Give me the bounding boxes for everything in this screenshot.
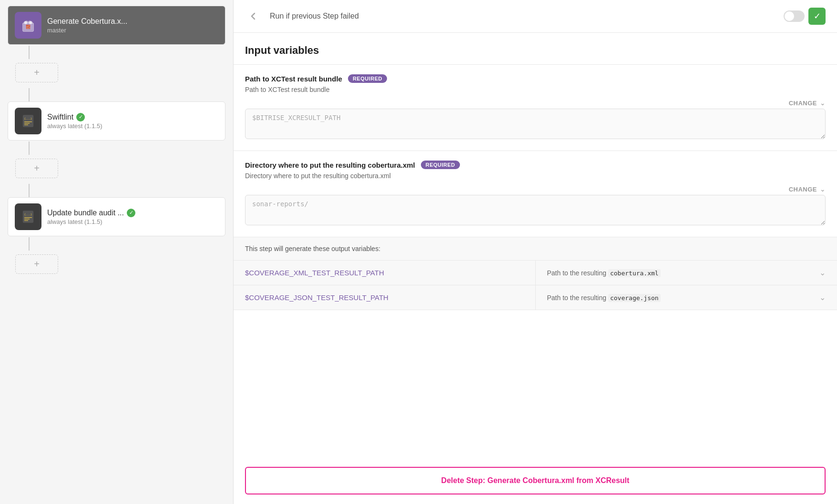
var-description-cobertura-dir: Directory where to put the resulting cob… [245,172,826,180]
connector-line-3 [29,141,30,155]
output-desc-2: Path to the resulting coverage.json ⌄ [547,293,826,302]
change-row-xctest: CHANGE ⌄ [245,99,826,107]
output-var-name-cell-1: $COVERAGE_XML_TEST_RESULT_PATH [234,261,535,285]
step-item-update-bundle[interactable]: {...} Update bundle audit ... ✓ always l… [8,197,225,236]
var-header-xctest: Path to XCTest result bundle REQUIRED [245,74,826,83]
required-badge-cobertura-dir: REQUIRED [421,161,460,169]
svg-point-5 [29,21,32,24]
run-previous-bar: Run if previous Step failed ✓ [234,0,837,33]
step-icon-generate-cobertura: 🧱 [15,12,41,39]
script-icon-swiftlint: {...} [20,113,36,129]
chevron-down-icon-cobertura-dir: ⌄ [820,185,826,193]
variable-block-xctest: Path to XCTest result bundle REQUIRED Pa… [234,65,837,151]
output-code-1: cobertura.xml [608,269,661,277]
delete-step-button[interactable]: Delete Step: Generate Cobertura.xml from… [245,467,826,494]
step-info-update-bundle: Update bundle audit ... ✓ always latest … [47,209,135,225]
step-icon-swiftlint: {...} [15,108,41,134]
output-variables-table: $COVERAGE_XML_TEST_RESULT_PATH Path to t… [234,261,837,310]
step-name: Generate Cobertura.x... [47,17,127,26]
change-label-cobertura-dir[interactable]: CHANGE [789,186,817,193]
step-version: master [47,27,127,34]
step-icon-update-bundle: {...} [15,203,41,230]
connector-line-4 [29,184,30,197]
svg-text:{...}: {...} [24,213,32,216]
toggle-container: ✓ [784,8,826,25]
chevron-down-icon-xctest: ⌄ [820,99,826,107]
var-description-xctest: Path to XCTest result bundle [245,86,826,93]
section-title: Input variables [234,33,837,65]
output-var-name-2[interactable]: $COVERAGE_JSON_TEST_RESULT_PATH [245,293,388,302]
connector-line-5 [29,237,30,251]
back-icon [249,11,258,21]
sidebar: 🧱 Generate Cobertura.x... master + {...} [0,0,234,504]
output-var-name-1[interactable]: $COVERAGE_XML_TEST_RESULT_PATH [245,269,384,277]
step-info-swiftlint: Swiftlint ✓ always latest (1.1.5) [47,113,102,130]
step-item-generate-cobertura[interactable]: 🧱 Generate Cobertura.x... master [8,6,225,45]
var-title-cobertura-dir: Directory where to put the resulting cob… [245,161,415,169]
output-section: This step will generate these output var… [234,237,837,310]
connector-line-2 [29,88,30,101]
cobertura-dir-input[interactable]: sonar-reports/ [245,195,826,225]
svg-text:{...}: {...} [24,117,32,120]
toggle-off[interactable] [784,10,805,22]
variable-block-cobertura-dir: Directory where to put the resulting cob… [234,151,837,237]
step-version-update-bundle: always latest (1.1.5) [47,218,135,225]
output-header: This step will generate these output var… [234,237,837,261]
output-var-row-2: $COVERAGE_JSON_TEST_RESULT_PATH Path to … [234,285,837,310]
step-name-row-swiftlint: Swiftlint ✓ [47,113,102,121]
output-desc-text-1: Path to the resulting cobertura.xml [547,269,661,277]
xctest-path-input[interactable] [245,109,826,139]
puzzle-icon: 🧱 [20,18,36,33]
output-desc-1: Path to the resulting cobertura.xml ⌄ [547,268,826,277]
output-var-name-cell-2: $COVERAGE_JSON_TEST_RESULT_PATH [234,285,535,310]
step-version-swiftlint: always latest (1.1.5) [47,122,102,130]
chevron-down-icon-output-2[interactable]: ⌄ [819,293,826,302]
chevron-down-icon-output-1[interactable]: ⌄ [819,268,826,277]
step-name-update-bundle: Update bundle audit ... [47,209,124,217]
run-previous-label: Run if previous Step failed [270,12,776,20]
output-code-2: coverage.json [608,294,661,302]
svg-text:🧱: 🧱 [26,24,31,29]
step-name-row-update-bundle: Update bundle audit ... ✓ [47,209,135,217]
step-name-row: Generate Cobertura.x... [47,17,127,26]
check-badge-swiftlint: ✓ [76,113,85,121]
delete-section: Delete Step: Generate Cobertura.xml from… [234,457,837,504]
output-var-desc-cell-2: Path to the resulting coverage.json ⌄ [535,285,837,310]
svg-point-4 [24,21,27,24]
output-desc-text-2: Path to the resulting coverage.json [547,294,661,302]
change-row-cobertura-dir: CHANGE ⌄ [245,185,826,193]
step-name-swiftlint: Swiftlint [47,113,73,121]
step-item-swiftlint[interactable]: {...} Swiftlint ✓ always latest (1.1.5) [8,101,225,141]
script-icon-update-bundle: {...} [20,209,36,224]
required-badge-xctest: REQUIRED [348,74,387,83]
add-step-button-2[interactable]: + [15,159,58,178]
step-info-generate-cobertura: Generate Cobertura.x... master [47,17,127,34]
toggle-check[interactable]: ✓ [808,8,826,25]
check-badge-update-bundle: ✓ [127,209,135,217]
change-label-xctest[interactable]: CHANGE [789,100,817,107]
var-title-xctest: Path to XCTest result bundle [245,75,342,83]
var-header-cobertura-dir: Directory where to put the resulting cob… [245,161,826,169]
back-button[interactable] [245,8,262,25]
add-step-button-3[interactable]: + [15,254,58,274]
main-content: Run if previous Step failed ✓ Input vari… [234,0,837,504]
connector-line-1 [29,46,30,59]
add-step-button-1[interactable]: + [15,63,58,82]
output-var-row-1: $COVERAGE_XML_TEST_RESULT_PATH Path to t… [234,261,837,285]
output-var-desc-cell-1: Path to the resulting cobertura.xml ⌄ [535,261,837,285]
